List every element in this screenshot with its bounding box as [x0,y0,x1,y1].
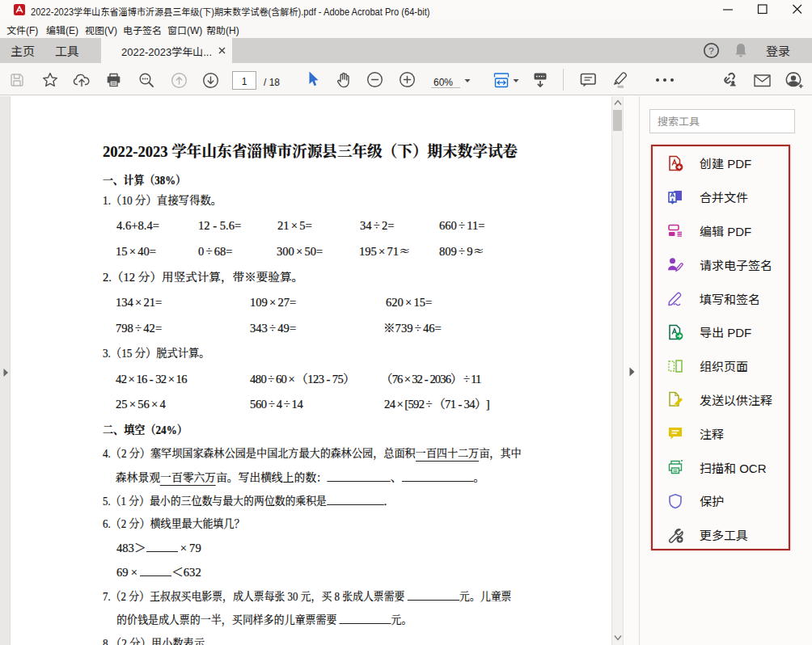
svg-text:?: ? [708,46,713,56]
